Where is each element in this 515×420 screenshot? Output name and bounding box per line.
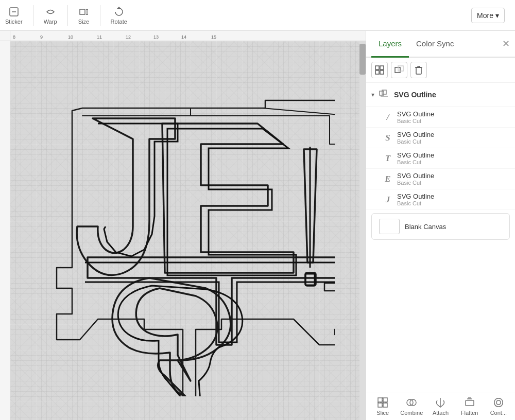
canvas-area[interactable]: 8 9 10 11 12 13 14 15 [0,31,366,420]
ruler-vertical [0,41,10,420]
layer-group-svg-outline: ▾ SVG Outline [366,83,515,107]
tab-layers[interactable]: Layers [371,31,409,58]
svg-rect-14 [380,71,384,74]
slice-button[interactable]: Slice [370,396,396,416]
svg-rect-22 [380,91,384,95]
blank-canvas-label: Blank Canvas [405,223,446,231]
ruler-h-14: 14 [181,34,186,40]
layer-item-sub: Basic Cut [397,118,434,124]
layer-item[interactable]: / SVG Outline Basic Cut [366,107,515,128]
group-layer-icon [379,89,390,100]
svg-marker-8 [167,129,296,275]
size-tool[interactable]: Size [78,6,90,25]
delete-icon [415,65,423,75]
tab-color-sync[interactable]: Color Sync [409,31,461,57]
vertical-scrollbar[interactable] [359,41,366,420]
ruler-h-8: 8 [13,34,15,40]
svg-marker-6 [117,7,121,9]
more-chevron-icon: ▾ [495,11,499,20]
size-icon [78,6,90,18]
contour-button[interactable]: Cont... [486,396,511,416]
more-button[interactable]: More ▾ [471,8,505,23]
warp-tool[interactable]: Warp [44,6,57,25]
svg-rect-13 [375,71,379,74]
layer-item-sub: Basic Cut [397,180,434,186]
sticker-icon [8,6,20,18]
layer-item-sub: Basic Cut [397,200,434,206]
layer-item-icon: J [383,195,393,205]
svg-rect-28 [383,403,387,407]
layer-item-info: SVG Outline Basic Cut [397,172,434,186]
attach-icon [434,396,447,409]
layer-item-name: SVG Outline [397,151,434,159]
layer-item-name: SVG Outline [397,172,434,180]
ruler-h-10: 10 [68,34,73,40]
svg-rect-26 [383,398,387,402]
combine-icon [405,396,418,409]
chevron-icon[interactable]: ▾ [371,91,374,98]
layer-item-info: SVG Outline Basic Cut [397,151,434,165]
ruler-h-13: 13 [153,34,159,40]
slice-label: Slice [376,410,389,416]
main-toolbar: Sticker Warp Size Rotate More ▾ [0,0,515,31]
layer-item-info: SVG Outline Basic Cut [397,192,434,206]
scrollbar-thumb[interactable] [359,44,366,75]
warp-icon [45,6,56,18]
main-area: 8 9 10 11 12 13 14 15 [0,31,515,420]
contour-label: Cont... [490,410,507,416]
svg-rect-16 [398,66,403,71]
layer-item-name: SVG Outline [397,110,434,118]
ungroup-button[interactable] [391,62,407,78]
rotate-tool[interactable]: Rotate [111,6,127,25]
right-panel: Layers Color Sync ✕ [366,31,515,420]
ruler-h-11: 11 [97,34,102,40]
rotate-icon [113,6,125,18]
group-button[interactable] [371,62,388,78]
svg-rect-25 [378,398,382,402]
attach-button[interactable]: Attach [427,396,453,416]
attach-label: Attach [433,410,449,416]
sticker-tool[interactable]: Sticker [5,6,23,25]
layer-item[interactable]: T SVG Outline Basic Cut [366,148,515,169]
flatten-button[interactable]: Flatten [457,396,483,416]
flatten-label: Flatten [461,410,478,416]
flatten-icon [464,396,476,409]
contour-icon [492,396,505,409]
combine-label: Combine [400,410,423,416]
svg-rect-12 [380,66,384,69]
jets-design [31,57,335,396]
delete-button[interactable] [410,62,427,78]
sep1 [33,5,33,26]
panel-toolbar [366,58,515,83]
ruler-h-15: 15 [211,34,216,40]
combine-button[interactable]: Combine [399,396,424,416]
layer-item-icon: T [383,153,393,164]
blank-canvas-thumbnail [379,219,400,234]
sep2 [67,5,68,26]
panel-close-button[interactable]: ✕ [502,31,510,57]
panel-bottom-toolbar: Slice Combine Attach [366,393,515,420]
svg-rect-33 [466,400,474,406]
svg-rect-18 [416,67,421,74]
svg-rect-2 [80,9,85,14]
layer-item-name: SVG Outline [397,192,434,200]
ruler-horizontal: 8 9 10 11 12 13 14 15 [10,31,366,41]
layer-group-header[interactable]: ▾ SVG Outline [371,87,510,102]
layer-item[interactable]: E SVG Outline Basic Cut [366,169,515,189]
layer-item-sub: Basic Cut [397,138,434,145]
ungroup-icon [394,65,404,75]
blank-canvas-item[interactable]: Blank Canvas [371,213,510,240]
layer-item-sub: Basic Cut [397,159,434,165]
ruler-h-12: 12 [126,34,131,40]
svg-rect-10 [305,274,315,285]
layer-item[interactable]: J SVG Outline Basic Cut [366,189,515,210]
svg-rect-23 [382,90,386,94]
layer-item-icon: S [383,133,393,143]
layer-item-icon: / [383,112,393,122]
group-icon [375,65,384,75]
layer-item-info: SVG Outline Basic Cut [397,110,434,124]
svg-rect-11 [375,66,379,69]
svg-rect-15 [395,67,400,73]
layer-item[interactable]: S SVG Outline Basic Cut [366,128,515,148]
layer-items-container: / SVG Outline Basic Cut S SVG Outline Ba… [366,107,515,210]
